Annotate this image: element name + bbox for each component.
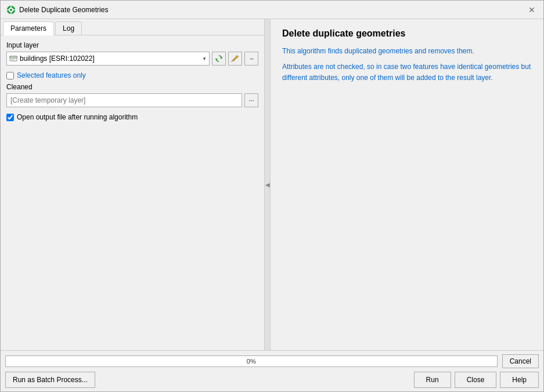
more-options-button[interactable]: ··· [244, 52, 258, 66]
layer-select-box[interactable]: buildings [ESRI:102022] ▼ [6, 52, 210, 66]
layer-type-icon [9, 55, 17, 63]
progress-bar-container: 0% [5, 355, 498, 367]
selected-features-label[interactable]: Selected features only [17, 71, 86, 79]
more-icon: ··· [250, 55, 253, 62]
svg-point-2 [10, 9, 12, 11]
selected-features-checkbox[interactable] [6, 72, 14, 79]
close-button[interactable]: Close [455, 372, 497, 388]
run-button[interactable]: Run [414, 372, 451, 388]
progress-label: 0% [247, 358, 256, 365]
parameters-content: Input layer buildings [ESRI:102022] [1, 35, 264, 350]
cancel-button[interactable]: Cancel [502, 354, 539, 368]
close-window-button[interactable]: ✕ [526, 4, 538, 16]
svg-rect-8 [10, 56, 17, 58]
browse-icon: ··· [248, 97, 254, 104]
batch-process-button[interactable]: Run as Batch Process... [5, 372, 95, 388]
input-layer-label: Input layer [6, 41, 258, 49]
cleaned-output-input[interactable] [6, 93, 242, 107]
cleaned-group: Cleaned ··· [6, 83, 258, 107]
input-layer-row: buildings [ESRI:102022] ▼ [6, 52, 258, 66]
dropdown-arrow-icon: ▼ [202, 56, 207, 61]
panel-collapse-handle[interactable]: ◀ [265, 19, 271, 350]
edit-icon [231, 55, 239, 63]
svg-line-13 [232, 60, 232, 62]
selected-features-row: Selected features only [6, 71, 258, 79]
progress-row: 0% Cancel [5, 354, 539, 368]
action-buttons: Run Close Help [414, 372, 539, 388]
open-output-row: Open output file after running algorithm [6, 113, 258, 121]
titlebar-left: Delete Duplicate Geometries [6, 5, 108, 14]
buttons-row: Run as Batch Process... Run Close Help [5, 372, 539, 388]
cleaned-label: Cleaned [6, 83, 258, 91]
collapse-icon: ◀ [265, 182, 270, 188]
cleaned-row: ··· [6, 93, 258, 107]
selected-layer-name: buildings [ESRI:102022] [20, 55, 200, 63]
help-button[interactable]: Help [500, 372, 539, 388]
open-output-label[interactable]: Open output file after running algorithm [17, 113, 138, 121]
tab-parameters[interactable]: Parameters [3, 21, 54, 35]
help-body: This algorithm finds duplicated geometri… [282, 46, 532, 84]
help-paragraph-1: This algorithm finds duplicated geometri… [282, 46, 532, 57]
tab-log[interactable]: Log [55, 21, 82, 35]
qgis-logo-icon [6, 5, 16, 14]
input-layer-group: Input layer buildings [ESRI:102022] [6, 41, 258, 66]
help-paragraph-2: Attributes are not checked, so in case t… [282, 61, 532, 84]
main-window: Delete Duplicate Geometries ✕ Parameters… [0, 0, 544, 392]
left-panel: Parameters Log Input layer [1, 19, 265, 350]
open-output-checkbox[interactable] [6, 114, 14, 121]
main-content: Parameters Log Input layer [1, 19, 543, 350]
titlebar: Delete Duplicate Geometries ✕ [1, 1, 543, 19]
cleaned-browse-button[interactable]: ··· [244, 93, 258, 107]
window-title: Delete Duplicate Geometries [19, 6, 108, 14]
refresh-icon [215, 55, 223, 63]
refresh-layer-button[interactable] [212, 52, 226, 66]
edit-layer-button[interactable] [228, 52, 242, 66]
tab-bar: Parameters Log [1, 19, 264, 35]
help-title: Delete duplicate geometries [282, 28, 532, 39]
help-panel: Delete duplicate geometries This algorit… [271, 19, 543, 350]
bottom-bar: 0% Cancel Run as Batch Process... Run Cl… [1, 350, 543, 391]
